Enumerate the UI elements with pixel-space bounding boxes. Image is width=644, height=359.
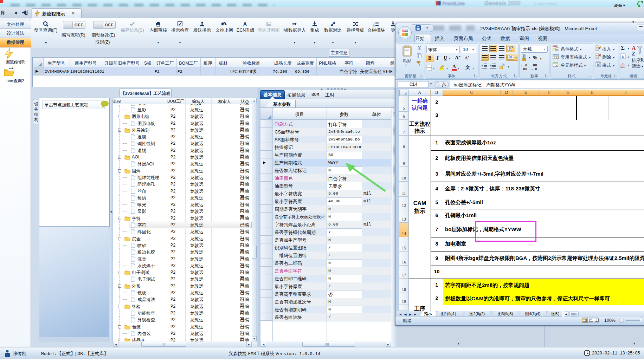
svg-text:A: A: [243, 21, 247, 27]
svg-text:fx: fx: [556, 48, 558, 51]
svg-text:3: 3: [373, 25, 375, 27]
